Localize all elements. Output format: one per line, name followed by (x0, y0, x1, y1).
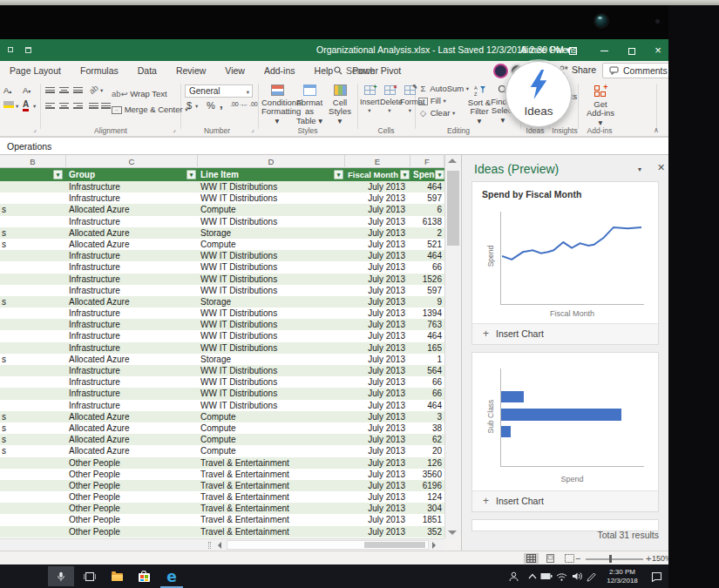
taskbar-clock[interactable]: 2:30 PM 12/3/2018 (605, 568, 640, 585)
zoom-level[interactable]: 150% (652, 554, 668, 563)
table-row[interactable]: InfrastructureWW IT DistributionsJuly 20… (0, 319, 444, 330)
insert-chart-button[interactable]: +Insert Chart (472, 323, 658, 344)
table-header-group[interactable]: Group▾ (66, 168, 198, 181)
font-color-button[interactable]: A (23, 99, 29, 112)
table-row[interactable]: InfrastructureWW IT DistributionsJuly 20… (0, 193, 444, 204)
alignment-dialog-launcher[interactable]: ⌟ (173, 125, 176, 133)
ribbon-tab-page-layout[interactable]: Page Layout (0, 61, 71, 80)
table-row[interactable]: InfrastructureWW IT DistributionsJuly 20… (0, 216, 444, 227)
table-row[interactable]: InfrastructureWW IT DistributionsJuly 20… (0, 388, 444, 399)
ribbon-tab-view[interactable]: View (215, 61, 254, 80)
zoom-slider-thumb[interactable] (609, 555, 612, 563)
align-right-button[interactable] (73, 101, 83, 109)
page-layout-view-button[interactable] (543, 553, 558, 564)
table-row[interactable]: Other PeopleTravel & EntertainmentJuly 2… (0, 457, 444, 469)
ribbon-display-options-button[interactable] (561, 39, 584, 61)
column-header-e[interactable]: E (345, 155, 410, 168)
table-row[interactable]: InfrastructureWW IT DistributionsJuly 20… (0, 308, 444, 319)
delete-cells-button[interactable]: × Delete▾ (380, 85, 399, 116)
ribbon-tab-add-ins[interactable]: Add-ins (254, 61, 305, 80)
number-dialog-launcher[interactable]: ⌟ (251, 125, 254, 133)
horizontal-scroll-thumb[interactable] (364, 542, 425, 548)
align-top-button[interactable] (45, 85, 55, 93)
maximize-button[interactable] (621, 39, 643, 61)
ribbon-tab-data[interactable]: Data (128, 61, 166, 80)
quick-access-icon[interactable] (8, 47, 13, 52)
font-color-dropdown[interactable]: ▾ (33, 103, 36, 110)
table-row[interactable]: sAllocated AzureComputeJuly 201338 (0, 422, 444, 434)
ribbon-tab-review[interactable]: Review (166, 61, 215, 80)
table-row[interactable]: InfrastructureWW IT DistributionsJuly 20… (0, 400, 444, 411)
scroll-left-arrow[interactable] (218, 542, 221, 549)
table-row[interactable]: sAllocated AzureComputeJuly 20133 (0, 411, 444, 422)
filter-button[interactable]: ▾ (435, 170, 444, 179)
table-row[interactable]: InfrastructureWW IT DistributionsJuly 20… (0, 365, 444, 376)
sort-filter-button[interactable]: AZ Sort & Filter ▾ (467, 84, 492, 125)
clear-button[interactable]: ◇ Clear ▾ (418, 108, 455, 118)
zoom-slider-track[interactable] (586, 558, 643, 560)
font-size-increase-button[interactable]: A▴ (3, 85, 11, 95)
filter-button[interactable]: ▾ (187, 170, 196, 179)
table-header-spend[interactable]: Spend▾ (410, 168, 444, 181)
scroll-up-arrow[interactable] (448, 159, 457, 163)
increase-indent-button[interactable] (101, 101, 111, 109)
edge-browser-button[interactable]: e (160, 564, 183, 588)
align-middle-button[interactable] (59, 85, 69, 93)
column-header-b[interactable]: B (0, 155, 66, 168)
table-row[interactable]: InfrastructureWW IT DistributionsJuly 20… (0, 330, 444, 341)
table-row[interactable]: sAllocated AzureComputeJuly 201320 (0, 445, 444, 456)
conditional-formatting-button[interactable]: Conditional Formatting ▾ (261, 84, 293, 125)
panel-close-icon[interactable]: ✕ (657, 162, 665, 173)
get-addins-button[interactable]: + Get Add-ins ▾ (586, 84, 615, 127)
column-header-c[interactable]: C (66, 155, 198, 168)
table-row[interactable]: sAllocated AzureComputeJuly 201362 (0, 434, 444, 445)
comma-style-button[interactable]: , (220, 98, 223, 111)
vertical-scroll-thumb[interactable] (447, 171, 459, 246)
table-row[interactable]: InfrastructureWW IT DistributionsJuly 20… (0, 274, 444, 285)
font-dialog-launcher[interactable]: ⌟ (33, 125, 37, 133)
table-row[interactable]: InfrastructureWW IT DistributionsJuly 20… (0, 376, 444, 388)
spreadsheet-grid[interactable]: InfrastructureWW IT DistributionsJuly 20… (0, 181, 444, 538)
horizontal-scroll-track[interactable] (227, 540, 429, 550)
decrease-indent-button[interactable] (89, 101, 98, 109)
scroll-right-arrow[interactable] (432, 542, 436, 549)
align-left-button[interactable] (45, 101, 55, 109)
fill-color-dropdown[interactable]: ▾ (16, 103, 18, 110)
currency-button[interactable]: $ (187, 100, 192, 111)
filter-button[interactable]: ▾ (400, 170, 410, 179)
cell-styles-button[interactable]: Cell Styles ▾ (326, 84, 354, 125)
save-icon[interactable] (25, 47, 31, 53)
scrollbar-grip[interactable] (208, 542, 211, 549)
table-row[interactable]: InfrastructureWW IT DistributionsJuly 20… (0, 285, 444, 296)
scroll-down-arrow[interactable] (448, 531, 457, 535)
table-row[interactable]: Other PeopleTravel & EntertainmentJuly 2… (0, 503, 444, 514)
file-explorer-button[interactable] (105, 564, 128, 588)
wrap-text-button[interactable]: ab↩ Wrap Text (112, 84, 167, 100)
cortana-mic-button[interactable] (48, 566, 74, 586)
vertical-scrollbar[interactable] (444, 155, 461, 538)
font-size-decrease-button[interactable]: A▾ (23, 85, 31, 95)
name-box[interactable]: Operations (7, 141, 51, 152)
insert-cells-button[interactable]: + Insert▾ (360, 85, 379, 116)
zoom-out-button[interactable]: − (575, 553, 580, 564)
table-row[interactable]: sAllocated AzureStorageJuly 20132 (0, 227, 444, 239)
currency-dropdown[interactable]: ▾ (195, 103, 198, 110)
orientation-dropdown[interactable]: ▾ (100, 87, 103, 94)
column-header-f[interactable]: F (410, 155, 444, 168)
align-bottom-button[interactable] (73, 85, 83, 93)
column-header-d[interactable]: D (198, 155, 345, 168)
table-row[interactable]: sAllocated AzureStorageJuly 20139 (0, 296, 444, 308)
number-format-dropdown[interactable]: General▾ (185, 84, 253, 98)
format-as-table-button[interactable]: Format as Table ▾ (295, 84, 324, 125)
minimize-button[interactable] (593, 39, 615, 61)
table-row[interactable]: Other PeopleTravel & EntertainmentJuly 2… (0, 469, 444, 480)
table-header-b[interactable]: ▾ (0, 168, 66, 181)
normal-view-button[interactable] (524, 553, 539, 564)
insert-chart-button[interactable]: +Insert Chart (472, 490, 658, 511)
table-row[interactable]: InfrastructureWW IT DistributionsJuly 20… (0, 342, 444, 354)
table-row[interactable]: Other PeopleTravel & EntertainmentJuly 2… (0, 526, 444, 537)
align-center-button[interactable] (59, 101, 69, 109)
table-row[interactable]: Other PeopleTravel & EntertainmentJuly 2… (0, 480, 444, 491)
filter-button[interactable]: ▾ (334, 170, 343, 179)
table-row[interactable]: sAllocated AzureStorageJuly 20131 (0, 354, 444, 365)
